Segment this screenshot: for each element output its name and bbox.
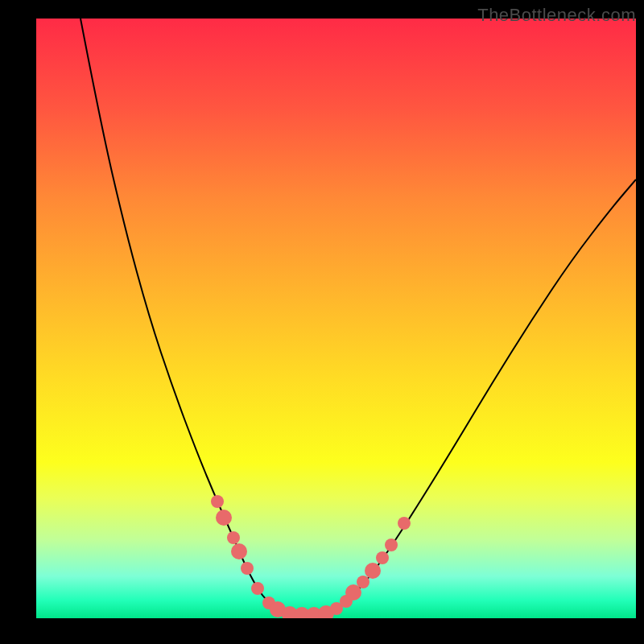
- data-dot: [227, 531, 240, 544]
- data-dot: [241, 562, 254, 575]
- watermark-text: TheBottleneck.com: [477, 5, 636, 26]
- data-dot: [385, 539, 398, 551]
- data-dot: [216, 510, 232, 526]
- chart-plot-area: [36, 19, 636, 618]
- right-curve-line: [320, 180, 636, 614]
- data-dot: [376, 551, 389, 564]
- data-dot: [365, 563, 381, 579]
- data-dot: [211, 495, 224, 508]
- data-dot: [398, 517, 411, 530]
- data-dots-group: [211, 495, 411, 618]
- left-curve-line: [80, 19, 290, 614]
- chart-svg: [36, 19, 636, 618]
- data-dot: [231, 543, 247, 559]
- data-dot: [357, 576, 369, 588]
- data-dot: [251, 582, 264, 595]
